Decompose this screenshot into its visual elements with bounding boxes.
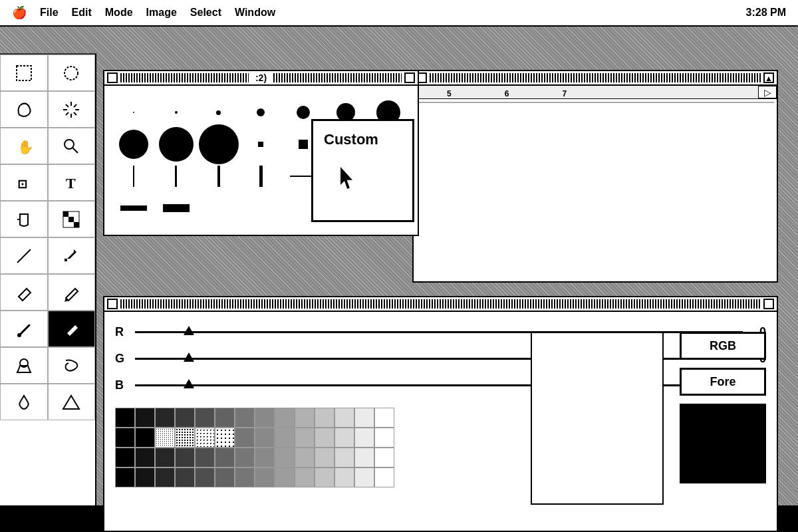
swatch-item-37[interactable] [295, 448, 315, 467]
swatch-item-44[interactable] [155, 467, 175, 487]
airbrush-tool[interactable] [48, 311, 96, 347]
stamp-tool[interactable] [0, 347, 48, 384]
zoom-tool[interactable] [48, 128, 96, 164]
brush-vline-2[interactable] [175, 166, 177, 187]
pattern-tool[interactable] [48, 201, 96, 237]
select-menu[interactable]: Select [184, 7, 228, 19]
crop-tool[interactable]: ⊡ [0, 164, 48, 201]
swatch-item-3[interactable] [175, 408, 195, 428]
canvas-scroll-right[interactable]: ▷ [758, 86, 777, 98]
color-close-box[interactable] [107, 299, 118, 309]
swatch-item-48[interactable] [235, 467, 255, 487]
swatch-item-26[interactable] [354, 428, 374, 448]
swatch-item-41[interactable] [374, 448, 394, 467]
swatch-item-14[interactable] [115, 428, 135, 448]
swatch-item-43[interactable] [135, 467, 155, 487]
brush-close-box[interactable] [107, 72, 118, 83]
swatch-item-53[interactable] [334, 467, 354, 487]
swatch-item-55[interactable] [374, 467, 394, 487]
swatch-item-22[interactable] [275, 428, 295, 448]
rgb-button[interactable]: RGB [680, 332, 766, 360]
marquee-rect-tool[interactable] [0, 55, 48, 91]
swatch-item-28[interactable] [115, 448, 135, 467]
brush-size-3[interactable] [216, 110, 221, 115]
swatch-item-47[interactable] [215, 467, 235, 487]
brush-size-10[interactable] [199, 124, 239, 164]
swatch-item-11[interactable] [334, 408, 354, 428]
swatch-item-32[interactable] [195, 448, 215, 467]
lasso-tool[interactable] [0, 91, 48, 128]
brush-sq-2[interactable] [299, 140, 308, 149]
swatch-item-9[interactable] [295, 408, 315, 428]
eyedropper-tool[interactable] [48, 237, 96, 274]
brush-hline-4[interactable] [120, 205, 147, 211]
brush-vline-4[interactable] [259, 166, 263, 187]
window-menu[interactable]: Window [228, 7, 282, 19]
swatch-item-16[interactable] [155, 428, 175, 448]
apple-menu[interactable]: 🍎 [5, 5, 33, 20]
black-color-swatch[interactable] [680, 404, 766, 483]
swatch-item-0[interactable] [115, 408, 135, 428]
b-thumb[interactable] [184, 379, 194, 388]
swatch-item-19[interactable] [215, 428, 235, 448]
swatch-item-6[interactable] [235, 408, 255, 428]
edit-menu[interactable]: Edit [65, 7, 98, 19]
brush-size-4[interactable] [257, 108, 265, 116]
magic-wand-tool[interactable] [48, 91, 96, 128]
swatch-item-25[interactable] [334, 428, 354, 448]
swatch-item-2[interactable] [155, 408, 175, 428]
swatch-item-15[interactable] [135, 428, 155, 448]
fore-button[interactable]: Fore [680, 368, 766, 396]
pencil-tool[interactable] [48, 274, 96, 311]
swatch-item-46[interactable] [195, 467, 215, 487]
swatch-item-13[interactable] [374, 408, 394, 428]
image-menu[interactable]: Image [140, 7, 184, 19]
g-thumb[interactable] [184, 352, 194, 362]
swatch-item-24[interactable] [315, 428, 334, 448]
swatch-item-5[interactable] [215, 408, 235, 428]
swatch-item-49[interactable] [255, 467, 275, 487]
swatch-item-12[interactable] [354, 408, 374, 428]
swatch-item-18[interactable] [195, 428, 215, 448]
swatch-item-52[interactable] [315, 467, 334, 487]
swatch-item-35[interactable] [255, 448, 275, 467]
color-scroll-btn[interactable] [763, 299, 774, 309]
paint-bucket-tool[interactable] [0, 201, 48, 237]
swatch-item-1[interactable] [135, 408, 155, 428]
fill-triangle-tool[interactable] [48, 384, 96, 420]
swatch-item-34[interactable] [235, 448, 255, 467]
brush-tool[interactable] [0, 311, 48, 347]
canvas-titlebar[interactable]: ▲ [414, 71, 777, 86]
swatch-item-54[interactable] [354, 467, 374, 487]
swatch-item-39[interactable] [334, 448, 354, 467]
hand-tool[interactable]: ✋ [0, 128, 48, 164]
brush-size-8[interactable] [119, 130, 148, 159]
swatch-item-45[interactable] [175, 467, 195, 487]
brush-hline-5[interactable] [163, 204, 190, 212]
swatch-item-23[interactable] [295, 428, 315, 448]
swatch-item-40[interactable] [354, 448, 374, 467]
swatch-item-30[interactable] [155, 448, 175, 467]
mode-menu[interactable]: Mode [98, 7, 140, 19]
swatch-item-4[interactable] [195, 408, 215, 428]
brush-vline-1[interactable] [133, 166, 134, 187]
swatch-item-8[interactable] [275, 408, 295, 428]
brush-size-9[interactable] [159, 127, 194, 162]
brush-size-5[interactable] [297, 106, 310, 119]
swatch-item-17[interactable] [175, 428, 195, 448]
canvas-scroll-up[interactable]: ▲ [763, 72, 774, 83]
swatch-item-27[interactable] [374, 428, 394, 448]
brush-titlebar[interactable]: :2) [104, 71, 418, 86]
swatch-item-20[interactable] [235, 428, 255, 448]
custom-popup[interactable]: Custom [311, 119, 414, 222]
swatch-item-42[interactable] [115, 467, 135, 487]
file-menu[interactable]: File [33, 7, 65, 19]
swatch-item-7[interactable] [255, 408, 275, 428]
brush-sq-1[interactable] [258, 142, 263, 147]
brush-size-2[interactable] [175, 111, 178, 114]
swatch-item-10[interactable] [315, 408, 334, 428]
brush-size-1[interactable] [133, 112, 134, 113]
swatch-item-50[interactable] [275, 467, 295, 487]
canvas-area[interactable] [416, 102, 774, 103]
brush-vline-3[interactable] [217, 166, 220, 187]
